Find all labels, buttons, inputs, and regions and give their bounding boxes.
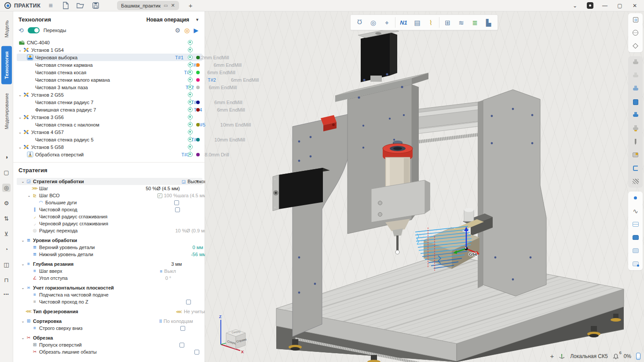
param-row[interactable]: ⌄ ◠ Большие дуги ▼ — [13, 199, 205, 206]
measure-tape-icon[interactable]: ◎ — [366, 16, 380, 29]
toolpath-indicator[interactable] — [188, 145, 193, 149]
save-button[interactable] — [91, 1, 100, 10]
surface-point-icon[interactable] — [633, 260, 639, 268]
3d-viewport[interactable]: G54 Ω◎⌖N1▤⌇⊞≋≣▙ ∿ — [205, 11, 644, 362]
close-window-button[interactable]: ✕ — [628, 1, 641, 11]
toolpath-indicator[interactable] — [188, 40, 193, 45]
operation-color-dot[interactable] — [196, 108, 200, 112]
param-checkbox[interactable]: ✓ — [157, 193, 162, 198]
param-row[interactable]: ⌄ ◞ Черновой радиус сглаживания 10 %Ø (0… — [13, 220, 205, 227]
setup-group-row[interactable]: ⌄ Установ 5 G58 — [13, 143, 205, 151]
param-row[interactable]: ⌄ ≡ Чистовой проход по Z ▼ — [13, 298, 205, 305]
cnc-machine-3d-view[interactable]: G54 — [205, 11, 644, 362]
operation-color-dot[interactable] — [196, 86, 200, 89]
toolpath-indicator[interactable] — [188, 85, 193, 90]
clamp-icon[interactable] — [633, 164, 638, 172]
param-checkbox[interactable] — [180, 326, 185, 331]
setup-group-row[interactable]: ⌄ Установ 3 G56 — [13, 113, 205, 121]
sort-arrows-icon[interactable]: ⇅ — [2, 214, 11, 223]
operation-row[interactable]: Обработка отверстий T#3 8.0mm Drill — [13, 151, 205, 158]
stock-box-icon[interactable]: ◫ — [2, 261, 11, 269]
toolholder-icon-2[interactable] — [633, 72, 638, 80]
tab-model[interactable]: Модель — [1, 15, 12, 43]
new-operation-button[interactable]: Новая операция ▼ — [146, 17, 199, 23]
link-operations-icon[interactable]: ⟲ — [18, 27, 24, 34]
tab-technology[interactable]: Технология — [1, 46, 12, 84]
operation-row[interactable]: Чистовая стенки кармана T#2 6mm EndMill — [13, 61, 205, 69]
run-calculation-icon[interactable]: ▶ — [194, 27, 198, 33]
toolpath-indicator[interactable] — [188, 115, 193, 119]
param-row[interactable]: ⌄ ≡ Шаг вверх ≡ Выкл ▼ — [13, 268, 205, 275]
param-row[interactable]: ⌄ ⋙ Шаг 50 %Ø (4.5 мм) ▼ — [13, 185, 205, 192]
chevron-down-icon[interactable]: ⌄ — [17, 93, 23, 97]
toolholder-icon-3[interactable] — [633, 85, 638, 93]
chevron-down-icon[interactable]: ⌄ — [20, 179, 26, 184]
operation-row[interactable]: Чистовая стенка с наклоном T#5 10mm EndM… — [13, 121, 205, 128]
new-file-button[interactable] — [61, 1, 70, 10]
param-row[interactable]: ⌄ ◲ Стратегия обработки ◲ Высокопроизвод… — [13, 178, 205, 185]
param-row[interactable]: ⌄ ◞ Чистовой радиус сглаживания 10 %Ø (0… — [13, 213, 205, 220]
more-options-icon[interactable]: ••• — [2, 291, 11, 298]
curve-display-icon[interactable]: ∿ — [633, 207, 638, 215]
toolpath-indicator[interactable] — [188, 137, 193, 142]
zoom-fit-icon[interactable] — [633, 15, 638, 24]
chevron-down-icon[interactable]: ⌄ — [17, 115, 23, 119]
operation-color-dot[interactable] — [196, 71, 200, 74]
tool-inspect-icon[interactable]: ⌇ — [424, 16, 438, 29]
chevron-down-icon[interactable]: ⌄ — [20, 286, 26, 290]
toolpath-indicator[interactable] — [188, 47, 193, 52]
operation-row[interactable]: Чистовая стенка радиус 5 T#5 10mm EndMil… — [13, 136, 205, 143]
param-row[interactable]: ⌄ ≣ Уровни обработки ▼ — [13, 237, 205, 244]
toolholder-blue-icon[interactable] — [633, 111, 638, 119]
toolpath-indicator[interactable] — [188, 92, 193, 97]
setup-group-row[interactable]: ⌄ Установ 1 G54 — [13, 46, 205, 54]
toolpath-indicator[interactable] — [188, 70, 193, 75]
hatch-section-icon[interactable] — [633, 177, 639, 185]
orientation-cube[interactable]: Z X Сверху Спереди Справа — [212, 313, 258, 353]
workpiece-icon[interactable] — [633, 151, 638, 159]
toolpath-indicator[interactable] — [188, 62, 193, 67]
chevron-down-icon[interactable]: ⌄ — [17, 48, 23, 52]
param-checkbox[interactable] — [186, 300, 191, 304]
machine-row[interactable]: CNC-4040 — [13, 39, 205, 46]
param-row[interactable]: ⌄ ≍ Учет горизонтальных плоскостей ✓ ▼ — [13, 284, 205, 291]
add-tab-button[interactable]: + — [189, 2, 193, 9]
setup-group-row[interactable]: ⌄ Установ 2 G55 — [13, 91, 205, 98]
wireframe-surface-icon[interactable] — [633, 220, 639, 228]
tab-modeling[interactable]: Моделирование — [1, 88, 12, 134]
vise-clamp-icon[interactable]: ⊓ — [2, 276, 10, 284]
csys-label[interactable]: Локальная СК5 — [570, 353, 607, 359]
toolpath-indicator[interactable] — [188, 77, 193, 82]
stock-block-icon[interactable] — [633, 98, 638, 106]
operation-color-dot[interactable] — [196, 78, 200, 82]
toolholder-icon-1[interactable] — [633, 58, 638, 67]
translucent-surface-icon[interactable] — [633, 246, 639, 255]
iso-view-icon[interactable] — [633, 42, 637, 50]
param-row[interactable]: ⌄ ⊞ Сортировка ΙΙ По колодцам ▼ — [13, 318, 205, 325]
param-row[interactable]: ⌄ ∥ Чистовой проход ▼ — [13, 206, 205, 213]
csys-icon[interactable] — [559, 353, 565, 359]
param-row[interactable]: ⌄ ≡ Подчистка на чистовой подаче ▼ — [13, 291, 205, 298]
param-checkbox[interactable] — [194, 350, 199, 355]
operations-settings-icon[interactable]: ⚙ — [175, 27, 180, 33]
operation-color-dot[interactable] — [196, 153, 200, 156]
toolpath-indicator[interactable] — [188, 122, 193, 127]
operation-color-dot[interactable] — [196, 101, 200, 104]
gcode-n1-icon[interactable]: N1 — [397, 16, 410, 29]
shaded-surface-icon[interactable] — [633, 233, 639, 242]
operation-color-dot[interactable] — [196, 63, 200, 67]
chevron-down-icon[interactable]: ⌄ — [17, 130, 23, 134]
param-row[interactable]: ⌄ ≡ Строго сверху вниз ▼ — [13, 325, 205, 332]
param-row[interactable]: ⌄ ✂ Обрезка ▼ — [13, 334, 205, 341]
theme-contrast-icon[interactable]: ◑ — [3, 153, 10, 161]
setup-group-row[interactable]: ⌄ Установ 4 G57 — [13, 128, 205, 136]
tool-stack-icon[interactable]: ≣ — [468, 16, 482, 29]
pin-tab-icon[interactable]: ▭ — [164, 3, 168, 8]
drill-bit-icon[interactable] — [635, 138, 637, 146]
statistics-icon[interactable]: ▙ — [482, 16, 495, 29]
analysis-graph-icon[interactable]: ≋ — [454, 16, 468, 29]
point-display-icon[interactable] — [634, 194, 637, 202]
minimize-button[interactable]: — — [598, 1, 611, 11]
cutting-tool-icon[interactable]: ⊻ — [3, 230, 11, 238]
chevron-down-icon[interactable]: ⌄ — [20, 319, 26, 323]
